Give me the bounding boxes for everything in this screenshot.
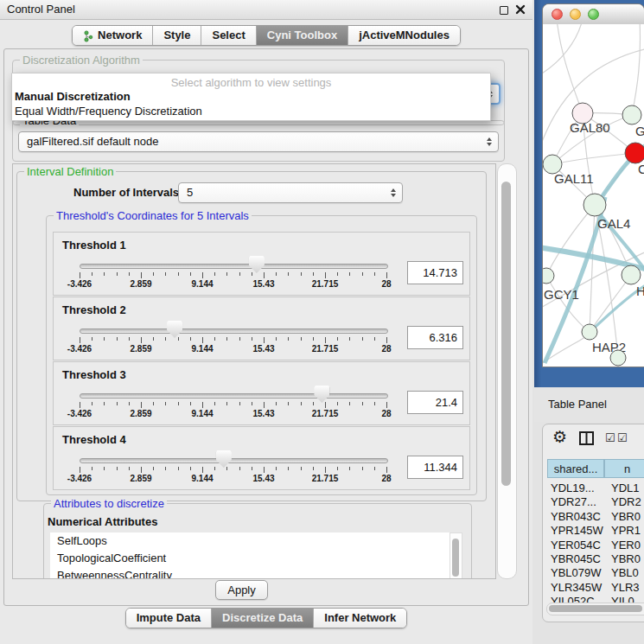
network-node[interactable] [622, 105, 641, 124]
popup-option-equal-width-frequency[interactable]: Equal Width/Frequency Discretization [12, 104, 490, 118]
minor-tick [226, 272, 227, 276]
tick-label: 21.715 [312, 344, 339, 354]
tab-select[interactable]: Select [201, 26, 256, 45]
scrollbar-thumb[interactable] [501, 182, 511, 486]
gear-icon[interactable]: ⚙ [552, 427, 567, 447]
threshold-value-field[interactable]: 11.344 [407, 456, 463, 479]
column-header-name[interactable]: n [604, 459, 644, 478]
table-row[interactable]: YDL19...YDL1 [543, 481, 644, 495]
panel-tabs: Network Style Select Cyni Toolbox jActiv… [0, 25, 532, 46]
checkbox-icon[interactable]: ☑ [605, 431, 615, 444]
slider-track[interactable] [80, 264, 388, 269]
tab-network[interactable]: Network [73, 26, 153, 45]
minor-tick [104, 467, 105, 470]
minor-tick [129, 337, 130, 341]
slider-track[interactable] [80, 328, 388, 334]
major-tick [202, 402, 203, 408]
popup-option-manual-discretization[interactable]: Manual Discretization [12, 89, 490, 104]
table-row[interactable]: YLR345WYLR3 [543, 581, 644, 595]
checkbox-icon[interactable]: ☑ [617, 431, 628, 444]
num-intervals-combobox[interactable]: 5 [178, 182, 403, 203]
minor-tick [313, 467, 314, 470]
major-tick [325, 467, 326, 473]
slider-handle[interactable] [216, 450, 232, 468]
minor-tick [178, 467, 179, 470]
slider-handle[interactable] [249, 256, 265, 273]
minor-tick [362, 467, 363, 470]
minor-tick [129, 467, 130, 470]
network-node[interactable] [610, 350, 626, 366]
minor-tick [288, 402, 289, 405]
cell-name: YBL0 [611, 566, 639, 579]
tab-discretize-data[interactable]: Discretize Data [212, 609, 314, 628]
tab-impute-data[interactable]: Impute Data [126, 609, 212, 628]
tick-label: 15.43 [252, 409, 274, 418]
float-window-icon[interactable] [500, 6, 508, 15]
cell-shared-name: YIL052C [551, 595, 595, 603]
network-canvas[interactable]: GAL80G.CGAL11GAL4GCY1HHAP2 [543, 24, 644, 367]
num-intervals-label: Number of Intervals [73, 186, 179, 199]
minor-tick [129, 272, 130, 276]
minor-tick [190, 402, 191, 405]
table-row[interactable]: YDR27...YDR2 [543, 495, 644, 509]
minor-tick [374, 337, 375, 341]
table-row[interactable]: YPR145WYPR1 [543, 524, 644, 538]
table-rows[interactable]: YDL19...YDL1YDR27...YDR2YBR043CYBR0YPR14… [543, 481, 644, 603]
tab-jactivemnodules[interactable]: jActiveMNodules [348, 26, 460, 45]
table-data-combobox[interactable]: galFiltered.sif default node [18, 131, 499, 152]
table-row[interactable]: YBR045CYBR0 [543, 552, 644, 566]
attributes-list-scrollbar[interactable] [450, 532, 462, 579]
settings-vertical-scrollbar[interactable] [497, 163, 517, 579]
cell-shared-name: YDL19... [551, 481, 595, 494]
column-header-shared-name[interactable]: shared... [547, 459, 604, 478]
network-node-gcy1[interactable] [543, 268, 554, 284]
minor-tick [92, 337, 92, 341]
table-row[interactable]: YBL079WYBL0 [543, 566, 644, 580]
threshold-label: Threshold 2 [62, 303, 126, 316]
scrollbar-thumb[interactable] [549, 605, 642, 612]
tab-style[interactable]: Style [153, 26, 201, 45]
tab-infer-network[interactable]: Infer Network [314, 609, 406, 628]
minor-tick [92, 402, 92, 405]
slider-track[interactable] [80, 393, 388, 399]
minor-tick [313, 402, 314, 405]
attribute-list-item[interactable]: BetweennessCentrality [50, 567, 450, 579]
tick-label: -3.426 [67, 344, 92, 354]
network-node-hap2[interactable] [582, 324, 597, 340]
threshold-value-field[interactable]: 6.316 [407, 326, 463, 349]
table-row[interactable]: YIL052CYIL0 [543, 595, 644, 603]
attribute-list-item[interactable]: SelfLoops [50, 532, 450, 550]
network-node-h[interactable] [622, 265, 641, 284]
minor-tick [104, 337, 105, 341]
zoom-traffic-light-icon[interactable] [588, 9, 599, 20]
numerical-attributes-list[interactable]: SelfLoopsTopologicalCoefficientBetweenne… [50, 532, 450, 579]
tick-label: 28 [381, 409, 391, 418]
table-row[interactable]: YBR043CYBR0 [543, 510, 644, 524]
slider-track[interactable] [80, 458, 388, 463]
attribute-list-item[interactable]: TopologicalCoefficient [50, 550, 450, 567]
minor-tick [239, 402, 240, 405]
minor-tick [276, 337, 277, 341]
tab-cyni-toolbox[interactable]: Cyni Toolbox [257, 26, 348, 45]
network-node-gal4[interactable] [583, 194, 606, 216]
tick-label: 2.859 [130, 344, 151, 354]
right-workspace: GAL80G.CGAL11GAL4GCY1HHAP2 Table Panel ⚙… [532, 0, 644, 644]
table-row[interactable]: YER054CYER0 [543, 539, 644, 552]
close-traffic-light-icon[interactable] [552, 9, 563, 20]
threshold-value-field[interactable]: 21.4 [407, 391, 463, 414]
slider-handle[interactable] [314, 386, 329, 403]
network-node[interactable] [625, 143, 644, 163]
major-tick [141, 467, 142, 473]
screen: Control Panel Network [0, 0, 644, 644]
tick-label: 9.144 [191, 344, 213, 354]
table-horizontal-scrollbar[interactable] [546, 603, 644, 615]
tick-label: 2.859 [130, 409, 151, 418]
slider-handle[interactable] [167, 321, 182, 338]
minor-tick [252, 467, 252, 470]
major-tick [80, 467, 80, 473]
close-icon[interactable] [515, 4, 526, 15]
threshold-value-field[interactable]: 14.713 [407, 261, 463, 284]
split-columns-icon[interactable] [579, 431, 594, 445]
apply-button[interactable]: Apply [215, 580, 268, 600]
minimize-traffic-light-icon[interactable] [570, 9, 581, 20]
